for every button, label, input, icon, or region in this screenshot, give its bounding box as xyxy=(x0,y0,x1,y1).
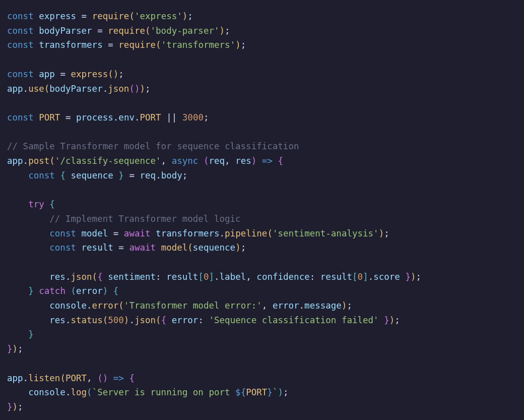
code-line: } catch (error) { xyxy=(7,286,118,296)
code-line: app.listen(PORT, () => { xyxy=(7,373,135,383)
code-line: const { sequence } = req.body; xyxy=(7,170,187,181)
code-line: }); xyxy=(7,402,23,412)
code-editor[interactable]: const express = require('express'); cons… xyxy=(0,0,524,420)
code-line: try { xyxy=(7,199,55,209)
code-line: }); xyxy=(7,344,23,354)
code-line: res.json({ sentiment: result[0].label, c… xyxy=(7,272,421,282)
code-comment: // Sample Transformer model for sequence… xyxy=(7,141,299,151)
fn-require: require xyxy=(92,11,129,21)
code-line: console.log(`Server is running on port $… xyxy=(7,387,289,397)
identifier: express xyxy=(39,11,76,21)
code-line: app.post('/classify-sequence', async (re… xyxy=(7,156,283,166)
code-line: const model = await transformers.pipelin… xyxy=(7,228,389,238)
code-line: res.status(500).json({ error: 'Sequence … xyxy=(7,315,400,325)
code-line: } xyxy=(7,329,34,339)
code-line: const express = require('express'); xyxy=(7,11,193,21)
code-line: app.use(bodyParser.json()); xyxy=(7,84,151,94)
code-line: const bodyParser = require('body-parser'… xyxy=(7,26,230,36)
code-line: const app = express(); xyxy=(7,69,124,79)
code-comment: // Implement Transformer model logic xyxy=(7,214,241,224)
code-line: console.error('Transformer model error:'… xyxy=(7,301,352,311)
code-line: const PORT = process.env.PORT || 3000; xyxy=(7,112,209,123)
code-line: const result = await model(sequence); xyxy=(7,243,246,253)
keyword-const: const xyxy=(7,11,34,21)
code-line: const transformers = require('transforme… xyxy=(7,40,246,50)
